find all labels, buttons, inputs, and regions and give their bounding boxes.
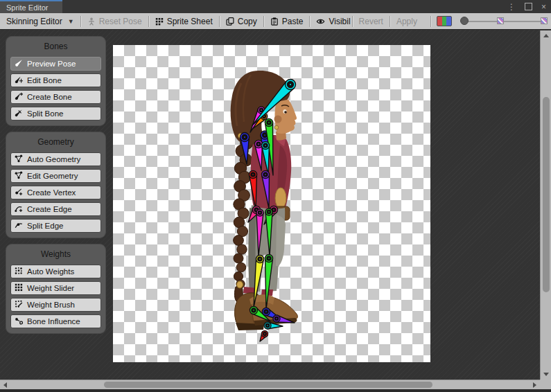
panel-button-create-vertex[interactable]: Create Vertex xyxy=(10,186,101,199)
copy-label: Copy xyxy=(238,17,257,26)
tool-panels: BonesPreview PoseEdit BoneCreate BoneSpl… xyxy=(6,36,106,339)
panel-button-label: Create Vertex xyxy=(27,188,76,197)
opacity-sliders xyxy=(457,13,549,29)
panel-button-create-edge[interactable]: Create Edge xyxy=(10,202,101,216)
preview-pose-icon xyxy=(15,59,23,69)
paste-label: Paste xyxy=(282,17,304,26)
panel-bones: BonesPreview PoseEdit BoneCreate BoneSpl… xyxy=(6,36,106,126)
create-vertex-icon xyxy=(15,188,23,197)
close-icon[interactable]: × xyxy=(541,3,546,11)
panel-button-weight-slider[interactable]: Weight Slider xyxy=(10,281,101,295)
apply-button[interactable]: Apply xyxy=(390,13,423,29)
reset-pose-label: Reset Pose xyxy=(99,17,142,26)
panel-button-label: Weight Brush xyxy=(27,301,75,309)
horizontal-scrollbar-thumb[interactable] xyxy=(104,382,432,388)
chevron-down-icon: ▼ xyxy=(68,18,74,25)
vertical-scrollbar[interactable] xyxy=(540,30,551,380)
slider-track xyxy=(462,21,546,22)
bone-heel[interactable] xyxy=(260,331,268,342)
panel-button-split-edge[interactable]: Split Edge xyxy=(10,219,101,233)
apply-label: Apply xyxy=(396,17,417,26)
paste-button[interactable]: Paste xyxy=(264,13,310,29)
split-edge-icon xyxy=(15,221,23,231)
panel-button-create-bone[interactable]: Create Bone xyxy=(10,90,101,104)
auto-geometry-icon xyxy=(15,154,23,164)
panel-button-label: Preview Pose xyxy=(27,60,76,68)
panel-button-label: Create Edge xyxy=(27,205,72,213)
sprite-canvas[interactable] xyxy=(113,45,430,362)
panel-title: Weights xyxy=(10,247,101,262)
panel-weights: WeightsAuto WeightsWeight SliderWeight B… xyxy=(6,244,106,334)
panel-button-auto-geometry[interactable]: Auto Geometry xyxy=(10,152,101,166)
panel-button-label: Create Bone xyxy=(27,93,72,101)
create-edge-icon xyxy=(15,204,23,214)
slider-handle[interactable] xyxy=(460,17,469,25)
scroll-up-icon[interactable] xyxy=(543,34,549,37)
panel-button-label: Bone Influence xyxy=(27,317,80,326)
texture-opacity-icon[interactable] xyxy=(541,17,548,24)
reset-pose-icon xyxy=(87,17,96,26)
visibility-button[interactable]: Visibil xyxy=(310,13,351,29)
sprite-sheet-icon xyxy=(155,17,164,26)
scroll-right-icon[interactable] xyxy=(533,382,536,388)
toolbar-separator xyxy=(430,16,431,27)
revert-label: Revert xyxy=(359,17,383,26)
sprite-sheet-label: Sprite Sheet xyxy=(167,17,213,26)
kebab-menu-icon[interactable]: ⋮ xyxy=(507,3,516,11)
panel-title: Bones xyxy=(10,39,101,54)
panel-button-label: Auto Weights xyxy=(27,267,74,276)
scroll-down-icon[interactable] xyxy=(543,373,549,376)
tab-title: Sprite Editor xyxy=(6,3,49,12)
bone-influence-icon xyxy=(15,317,23,326)
panel-button-label: Edit Geometry xyxy=(27,172,78,180)
copy-icon xyxy=(226,17,234,26)
panel-button-label: Edit Bone xyxy=(27,76,62,84)
panel-button-weight-brush[interactable]: Weight Brush xyxy=(10,298,101,312)
bone-hip-back[interactable] xyxy=(250,171,257,211)
scrollbar-corner xyxy=(540,380,551,389)
scroll-left-icon[interactable] xyxy=(3,382,7,388)
auto-weights-icon xyxy=(15,267,23,276)
mode-dropdown[interactable]: Skinning Editor ▼ xyxy=(0,13,80,29)
visibility-eye-icon xyxy=(316,17,325,26)
mode-dropdown-label: Skinning Editor xyxy=(6,17,62,26)
rgb-swatch-button[interactable] xyxy=(437,16,452,26)
weight-slider-icon xyxy=(15,283,23,293)
panel-title: Geometry xyxy=(10,135,101,150)
panel-button-label: Split Edge xyxy=(27,222,63,230)
maximize-icon[interactable] xyxy=(525,3,532,10)
panel-button-split-bone[interactable]: Split Bone xyxy=(10,107,101,121)
copy-button[interactable]: Copy xyxy=(220,13,263,29)
revert-button[interactable]: Revert xyxy=(353,13,390,29)
panel-button-label: Auto Geometry xyxy=(27,155,80,163)
window-bottom-edge xyxy=(0,389,551,392)
panel-geometry: GeometryAuto GeometryEdit GeometryCreate… xyxy=(6,132,106,238)
tabbar: Sprite Editor ⋮ × xyxy=(0,0,551,13)
toolbar-right-group xyxy=(430,13,551,29)
window-controls: ⋮ × xyxy=(507,0,546,13)
panel-button-edit-geometry[interactable]: Edit Geometry xyxy=(10,169,101,183)
tab-sprite-editor[interactable]: Sprite Editor xyxy=(0,0,62,13)
panel-button-preview-pose[interactable]: Preview Pose xyxy=(10,57,101,71)
edit-geometry-icon xyxy=(15,171,23,181)
create-bone-icon xyxy=(15,92,23,102)
split-bone-icon xyxy=(15,109,23,118)
paste-icon xyxy=(270,17,279,26)
reset-pose-button[interactable]: Reset Pose xyxy=(81,13,148,29)
canvas-viewport[interactable]: BonesPreview PoseEdit BoneCreate BoneSpl… xyxy=(0,30,551,392)
panel-button-label: Split Bone xyxy=(27,109,63,118)
sprite-opacity-icon[interactable] xyxy=(497,17,504,24)
panel-button-label: Weight Slider xyxy=(27,284,74,292)
weight-brush-icon xyxy=(15,300,23,310)
visibility-label: Visibil xyxy=(329,17,350,26)
panel-button-bone-influence[interactable]: Bone Influence xyxy=(10,314,101,328)
sprite-editor-window: Sprite Editor ⋮ × Skinning Editor ▼ Rese… xyxy=(0,0,551,392)
panel-button-auto-weights[interactable]: Auto Weights xyxy=(10,265,101,278)
vertical-scrollbar-thumb[interactable] xyxy=(543,97,550,292)
horizontal-scrollbar[interactable] xyxy=(0,380,540,389)
edit-bone-icon xyxy=(15,75,23,85)
toolbar: Skinning Editor ▼ Reset Pose Sprite Shee… xyxy=(0,13,551,30)
sprite-sheet-button[interactable]: Sprite Sheet xyxy=(149,13,219,29)
panel-button-edit-bone[interactable]: Edit Bone xyxy=(10,73,101,87)
